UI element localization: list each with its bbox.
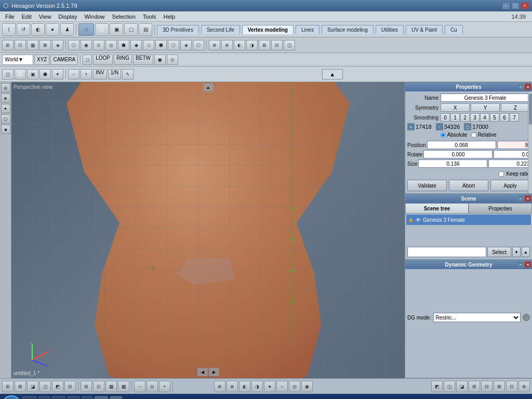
nav-status-7[interactable]: ◎ [289, 381, 300, 392]
vtx-tool-9[interactable]: ◎ [105, 40, 117, 50]
plus-btn[interactable]: + [81, 69, 92, 79]
vtx-tool-21[interactable]: ⊞ [259, 40, 270, 50]
action-tool-4[interactable]: ⬟ [39, 69, 51, 79]
tool-pencil[interactable]: ✎ [122, 69, 134, 79]
select-dropdown-arrow[interactable]: ▼ [512, 247, 521, 257]
nav-status-2[interactable]: ⊗ [227, 381, 238, 392]
world-selector[interactable]: World▼ [2, 55, 33, 65]
tab-lines[interactable]: Lines [296, 25, 320, 34]
scene-item-genesis[interactable]: 🔒 👁 Genesis 3 Female [406, 215, 531, 225]
render-btn-7[interactable]: ⊡ [506, 381, 517, 392]
dg-minimize[interactable]: − [517, 261, 524, 268]
vtx-tool-17[interactable]: ⊕ [209, 40, 220, 50]
status-btn-1[interactable]: ⊞ [2, 381, 14, 392]
vtx-tool-13[interactable]: ⬢ [155, 40, 167, 50]
tool-3d-view[interactable]: □ [78, 23, 94, 36]
select-up-arrow[interactable]: ▲ [522, 247, 530, 257]
taskbar-chrome[interactable]: ● [82, 396, 92, 399]
vtx-tool-4[interactable]: ⊠ [39, 40, 51, 50]
status-btn-7[interactable]: ⊞ [81, 381, 92, 392]
nav-status-6[interactable]: ○ [276, 381, 288, 392]
tool-front-view[interactable]: ⬜ [95, 23, 109, 36]
properties-close[interactable]: × [525, 84, 531, 90]
nav-status-4[interactable]: ◑ [251, 381, 263, 392]
vtx-tool-11[interactable]: ◆ [130, 40, 142, 50]
close-button[interactable]: × [521, 2, 529, 9]
nav-status-8[interactable]: ◉ [301, 381, 313, 392]
properties-scrollbar-thumb[interactable] [529, 94, 532, 125]
viewport[interactable]: Perspective view X Y Z untitled_1 * ◀ ▶ [11, 82, 405, 378]
vtx-tool-18[interactable]: ⊗ [221, 40, 233, 50]
start-button[interactable]: ⊞ [2, 395, 21, 399]
tab-vertex-modeling[interactable]: Vertex modeling [242, 25, 294, 34]
properties-minimize[interactable]: − [517, 84, 524, 90]
vtx-tool-14[interactable]: ⬡ [168, 40, 179, 50]
smooth-7[interactable]: 7 [510, 113, 519, 122]
smooth-4[interactable]: 4 [480, 113, 489, 122]
size-x-input[interactable] [418, 159, 487, 168]
sym-y-button[interactable]: Y [471, 103, 500, 112]
action-tool-2[interactable]: ⬜ [15, 69, 26, 79]
left-tool-3[interactable]: ✦ [1, 104, 10, 113]
relative-radio[interactable] [471, 132, 476, 138]
scene-minimize[interactable]: − [517, 195, 524, 202]
nav-status-3[interactable]: ◐ [239, 381, 250, 392]
render-btn-3[interactable]: ◪ [456, 381, 468, 392]
validate-button[interactable]: Validate [407, 180, 447, 191]
inv-button[interactable]: INV [93, 69, 107, 79]
status-btn-5[interactable]: ◩ [52, 381, 63, 392]
sym-z-button[interactable]: Z [501, 103, 530, 112]
render-btn-5[interactable]: ⊟ [481, 381, 493, 392]
ring-button[interactable]: RING [114, 55, 132, 65]
status-btn-11[interactable]: − [134, 381, 145, 392]
minimize-button[interactable]: − [502, 2, 510, 9]
menu-display[interactable]: Display [55, 12, 80, 21]
loop-button[interactable]: LOOP [93, 55, 113, 65]
smooth-6[interactable]: 6 [500, 113, 509, 122]
taskbar-hexagon[interactable]: ⬡ [110, 396, 122, 399]
status-btn-3[interactable]: ◪ [27, 381, 38, 392]
render-btn-8[interactable]: ⊕ [518, 381, 530, 392]
nav-status-5[interactable]: ● [264, 381, 275, 392]
taskbar-word[interactable]: W [68, 396, 79, 399]
select-mode-2[interactable]: ◼ [154, 55, 166, 65]
status-btn-4[interactable]: ◫ [39, 381, 51, 392]
rotate-y-input[interactable] [494, 150, 532, 158]
minus-btn[interactable]: − [68, 69, 79, 79]
action-tool-1[interactable]: ◫ [2, 69, 14, 79]
taskbar-files[interactable]: 📁 [52, 396, 65, 399]
status-btn-13[interactable]: + [159, 381, 170, 392]
name-input[interactable] [441, 94, 530, 102]
render-btn-4[interactable]: ⊞ [469, 381, 480, 392]
tab-second-life[interactable]: Second Life [201, 25, 240, 34]
maximize-button[interactable]: □ [511, 2, 520, 9]
menu-tools[interactable]: Tools [140, 12, 159, 21]
left-tool-5[interactable]: ◈ [1, 125, 10, 134]
apply-button[interactable]: Apply [490, 180, 530, 191]
tab-cu[interactable]: Cu [445, 25, 463, 34]
menu-help[interactable]: Help [161, 12, 179, 21]
menu-edit[interactable]: Edit [19, 12, 35, 21]
select-mode-1[interactable]: ◻ [83, 55, 92, 65]
menu-view[interactable]: View [36, 12, 55, 21]
tool-side-view[interactable]: ▣ [110, 23, 123, 36]
nav-left[interactable]: ◀ [197, 368, 208, 376]
nav-up[interactable]: ▲ [203, 83, 214, 91]
vtx-tool-12[interactable]: ◇ [143, 40, 154, 50]
smooth-2[interactable]: 2 [460, 113, 470, 122]
xyz-button[interactable]: XYZ [34, 55, 49, 65]
dg-close[interactable]: × [525, 261, 531, 268]
tool-move[interactable]: ◐ [31, 23, 45, 36]
absolute-radio[interactable] [441, 132, 446, 138]
status-btn-8[interactable]: ⊡ [93, 381, 104, 392]
dg-mode-select[interactable]: Restric... [433, 313, 521, 322]
nav-status-1[interactable]: ⊕ [214, 381, 225, 392]
taskbar-ie[interactable]: 🌐 [23, 396, 36, 399]
vtx-tool-10[interactable]: ⬟ [118, 40, 129, 50]
vtx-tool-3[interactable]: ▦ [27, 40, 38, 50]
position-y-input[interactable] [497, 141, 532, 149]
vtx-tool-1[interactable]: ⊞ [2, 40, 14, 50]
render-btn-6[interactable]: ⊠ [494, 381, 505, 392]
vtx-tool-22[interactable]: ⊟ [271, 40, 283, 50]
vtx-tool-19[interactable]: ◐ [234, 40, 245, 50]
